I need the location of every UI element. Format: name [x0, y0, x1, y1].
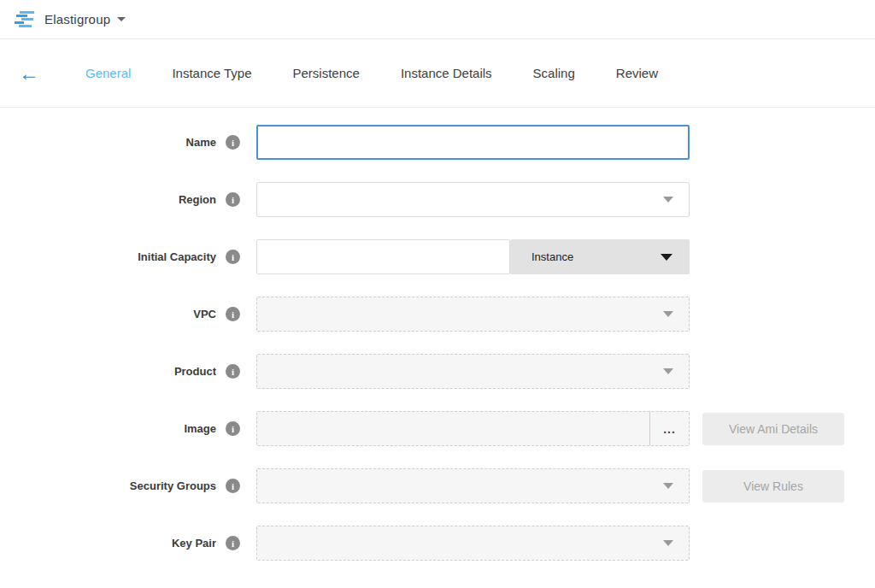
key-pair-select: [256, 526, 690, 561]
key-pair-label: Key Pair: [172, 537, 216, 550]
key-pair-info-icon[interactable]: i: [226, 536, 240, 550]
view-ami-details-button[interactable]: View Ami Details: [702, 413, 844, 445]
security-groups-info-icon[interactable]: i: [226, 479, 240, 493]
security-groups-label: Security Groups: [130, 479, 216, 492]
tab-instance-details[interactable]: Instance Details: [380, 57, 513, 89]
chevron-down-icon: [663, 368, 673, 374]
image-row: Image i ... View Ami Details: [0, 411, 875, 446]
capacity-unit-select[interactable]: Instance: [510, 239, 690, 274]
tab-instance-type[interactable]: Instance Type: [151, 57, 272, 89]
name-input[interactable]: [256, 125, 690, 160]
app-title[interactable]: Elastigroup: [44, 12, 110, 26]
vpc-row: VPC i: [0, 297, 875, 332]
vpc-select: [256, 297, 690, 332]
chevron-down-icon: [663, 197, 673, 203]
chevron-down-icon: [663, 540, 673, 546]
tab-persistence[interactable]: Persistence: [273, 57, 380, 89]
region-select[interactable]: [256, 182, 690, 217]
elastigroup-logo-icon[interactable]: [14, 10, 36, 29]
image-browse-button[interactable]: ...: [649, 412, 689, 445]
tab-review[interactable]: Review: [596, 57, 678, 89]
vpc-info-icon[interactable]: i: [226, 307, 240, 321]
name-row: Name i: [0, 125, 875, 160]
general-form: Name i Region i Initial Capacity i Insta…: [0, 108, 875, 561]
image-info-icon[interactable]: i: [226, 421, 240, 436]
chevron-down-icon: [663, 311, 673, 317]
initial-capacity-info-icon[interactable]: i: [226, 250, 240, 264]
tab-scaling[interactable]: Scaling: [513, 57, 596, 89]
name-info-icon[interactable]: i: [226, 135, 240, 150]
security-groups-select: [256, 468, 690, 503]
region-label: Region: [179, 193, 216, 206]
capacity-unit-value: Instance: [531, 250, 573, 263]
security-groups-row: Security Groups i View Rules: [0, 468, 875, 503]
view-rules-button[interactable]: View Rules: [702, 470, 844, 503]
wizard-tabbar: ← General Instance Type Persistence Inst…: [0, 39, 875, 108]
initial-capacity-label: Initial Capacity: [138, 250, 216, 263]
wizard-tabs: General Instance Type Persistence Instan…: [65, 57, 678, 89]
tab-general[interactable]: General: [65, 57, 151, 89]
image-input: ...: [256, 411, 690, 446]
key-pair-row: Key Pair i: [0, 526, 875, 561]
product-row: Product i: [0, 354, 875, 389]
region-row: Region i: [0, 182, 875, 217]
initial-capacity-input[interactable]: [256, 239, 510, 274]
image-label: Image: [184, 422, 216, 435]
region-info-icon[interactable]: i: [226, 192, 240, 207]
chevron-down-icon: [661, 254, 672, 261]
app-switcher-caret-icon[interactable]: [117, 17, 126, 21]
initial-capacity-row: Initial Capacity i Instance: [0, 239, 875, 274]
back-arrow-icon[interactable]: ←: [19, 63, 39, 84]
app-header: Elastigroup: [0, 0, 875, 39]
image-value: [257, 412, 649, 445]
chevron-down-icon: [663, 483, 673, 489]
product-select: [256, 354, 690, 389]
vpc-label: VPC: [193, 308, 216, 320]
name-label: Name: [186, 136, 216, 149]
product-label: Product: [174, 365, 216, 378]
product-info-icon[interactable]: i: [226, 364, 240, 379]
